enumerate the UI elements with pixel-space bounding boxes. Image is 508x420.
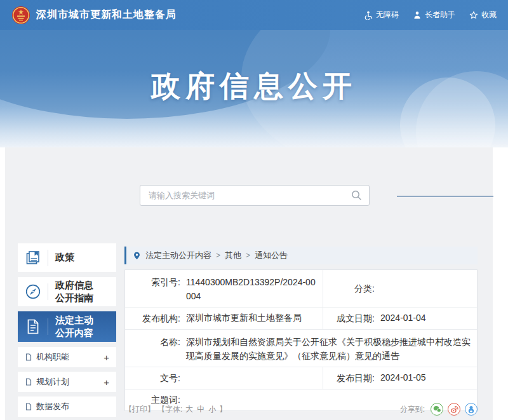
- field-label-publish-date: 发布日期:: [323, 372, 380, 385]
- favorite-link[interactable]: 收藏: [469, 10, 497, 20]
- policy-books-icon: [18, 250, 48, 266]
- national-emblem-icon: [11, 6, 30, 25]
- table-row: 名称: 深圳市规划和自然资源局关于公开征求《关于积极稳步推进城中村改造实现高质量…: [125, 329, 477, 367]
- expand-plus-icon[interactable]: +: [104, 353, 109, 362]
- location-pin-icon: [133, 251, 141, 261]
- accessibility-link[interactable]: 无障碍: [364, 10, 399, 20]
- table-row: 发布机构: 深圳市城市更新和土地整备局 成文日期: 2024-01-04: [125, 307, 477, 329]
- doc-footer: 【打印】 【字体: 大 中 小 】 分享到:: [124, 403, 478, 416]
- sidebar-item-org-functions[interactable]: 机构职能 +: [18, 347, 116, 367]
- expand-plus-icon[interactable]: +: [104, 377, 109, 387]
- field-label-title: 名称:: [125, 335, 186, 349]
- sidebar-item-data-release[interactable]: 数据发布: [18, 396, 116, 417]
- field-value-index-no: 11440300MB2D13392P/2024-00004: [186, 276, 323, 303]
- brand: 深圳市城市更新和土地整备局: [11, 6, 177, 25]
- sidebar-item-policy[interactable]: 政策: [18, 243, 116, 272]
- elder-assistant-link[interactable]: 长者助手: [413, 10, 455, 20]
- sidebar-item-label: 政府信息公开指南: [48, 279, 97, 305]
- star-icon: [469, 11, 478, 20]
- field-label-category: 分类:: [323, 282, 380, 295]
- weibo-share-icon[interactable]: [448, 403, 460, 416]
- topbar-links: 无障碍 长者助手 收藏: [364, 10, 497, 20]
- sidebar-item-guide[interactable]: 政府信息公开指南: [18, 277, 116, 306]
- field-value-issuing-agency: 深圳市城市更新和土地整备局: [186, 311, 323, 325]
- field-label-issuing-agency: 发布机构:: [125, 312, 186, 325]
- sidebar-subitem-label: 规划计划: [36, 376, 69, 388]
- breadcrumb-item[interactable]: 通知公告: [255, 250, 288, 261]
- field-label-index-no: 索引号:: [125, 276, 186, 289]
- sidebar-item-statutory-disclosure[interactable]: 法定主动公开内容: [18, 311, 116, 342]
- wechat-share-icon[interactable]: [431, 403, 443, 416]
- print-button[interactable]: 【打印】: [124, 404, 155, 415]
- field-label-written-date: 成文日期:: [323, 312, 380, 325]
- breadcrumb: 法定主动公开内容 > 其他 > 通知公告: [124, 247, 478, 264]
- topbar: 深圳市城市更新和土地整备局 无障碍 长者助手: [0, 0, 508, 30]
- field-value-title: 深圳市规划和自然资源局关于公开征求《关于积极稳步推进城中村改造实现高质量发展的实…: [186, 335, 477, 363]
- decorative-line: [397, 196, 493, 197]
- accessibility-label: 无障碍: [376, 10, 399, 20]
- sidebar-subitem-label: 数据发布: [36, 401, 69, 412]
- field-value-written-date: 2024-01-04: [380, 311, 477, 325]
- favorite-label: 收藏: [481, 10, 497, 20]
- field-value-publish-date: 2024-01-05: [380, 371, 477, 385]
- search-input[interactable]: [140, 191, 351, 200]
- sidebar-subitem-label: 机构职能: [36, 351, 69, 363]
- share-label: 分享到:: [400, 404, 425, 415]
- search-box: [140, 185, 370, 206]
- sidebar-item-label: 法定主动公开内容: [48, 314, 97, 340]
- search-button[interactable]: [351, 190, 369, 201]
- table-row: 文号: 发布日期: 2024-01-05: [125, 367, 477, 389]
- font-size-large[interactable]: 大: [185, 404, 194, 415]
- info-table: 索引号: 11440300MB2D13392P/2024-00004 分类: 发…: [124, 269, 478, 411]
- elder-assistant-icon: [413, 11, 422, 20]
- breadcrumb-separator: >: [246, 251, 250, 260]
- page: 深圳市城市更新和土地整备局 无障碍 长者助手: [0, 0, 508, 420]
- table-row: 索引号: 11440300MB2D13392P/2024-00004 分类:: [125, 270, 477, 307]
- document-icon: [18, 318, 48, 335]
- page-icon: [25, 353, 32, 361]
- font-size-medium[interactable]: 中: [196, 404, 205, 415]
- site-title: 深圳市城市更新和土地整备局: [36, 8, 177, 22]
- page-icon: [25, 403, 32, 410]
- share-bar: 分享到:: [400, 403, 478, 416]
- print-font-controls: 【打印】 【字体: 大 中 小 】: [124, 404, 227, 415]
- content-panel: 政策 政府信息公开指南: [5, 147, 493, 420]
- font-size-suffix: 】: [219, 404, 227, 415]
- page-title: 政府信息公开: [0, 67, 508, 106]
- font-size-prefix: 【字体:: [157, 404, 182, 415]
- field-label-doc-no: 文号:: [125, 372, 186, 385]
- elder-assistant-label: 长者助手: [425, 10, 455, 20]
- font-size-small[interactable]: 小: [208, 404, 217, 415]
- search-icon: [351, 190, 362, 201]
- sidebar-item-planning[interactable]: 规划计划 +: [18, 372, 116, 392]
- breadcrumb-item[interactable]: 法定主动公开内容: [145, 250, 211, 261]
- banner: 政府信息公开: [0, 30, 508, 147]
- accessibility-icon: [364, 11, 373, 20]
- page-icon: [25, 378, 32, 386]
- breadcrumb-separator: >: [216, 251, 220, 260]
- breadcrumb-item[interactable]: 其他: [225, 250, 241, 261]
- sidebar-item-label: 政策: [48, 251, 74, 264]
- compass-icon: [18, 283, 48, 300]
- qq-share-icon[interactable]: [465, 403, 478, 416]
